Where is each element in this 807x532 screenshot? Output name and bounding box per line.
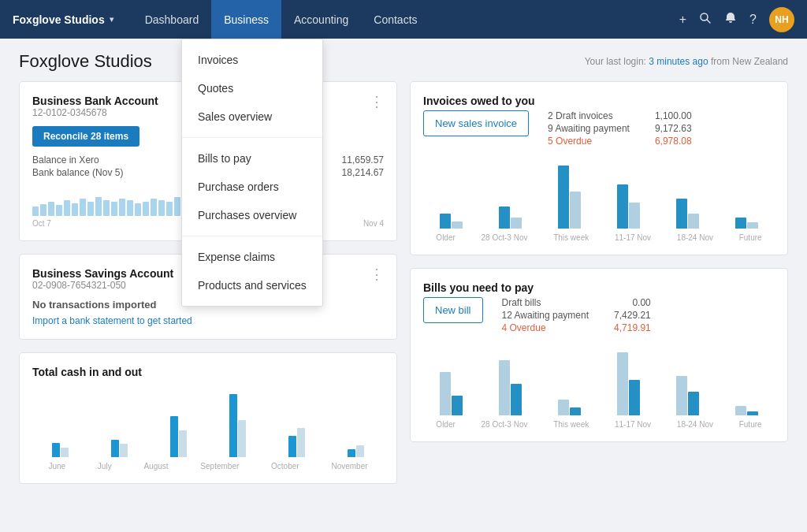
- brand-name: Foxglove Studios: [13, 13, 105, 26]
- last-login: Your last login: 3 minutes ago from New …: [585, 56, 788, 67]
- bank-bar: [158, 200, 165, 216]
- brand-chevron: ▾: [110, 15, 113, 24]
- bank-bar: [95, 197, 102, 216]
- bills-bar-group: [601, 352, 656, 415]
- invoice-bar-main: [735, 218, 746, 229]
- awaiting-bills-label: 12 Awaiting payment: [502, 310, 589, 321]
- user-avatar[interactable]: NH: [769, 7, 794, 32]
- bank-bar: [119, 199, 125, 216]
- draft-bills-label: Draft bills: [502, 297, 541, 308]
- bills-bar-main: [440, 372, 451, 415]
- bills-bar-secondary: [511, 384, 522, 415]
- bills-title: Bills you need to pay: [423, 281, 775, 294]
- bank-bar: [103, 200, 110, 216]
- new-bill-button[interactable]: New bill: [423, 297, 483, 323]
- bills-chart-label: This week: [553, 420, 589, 429]
- invoice-chart-label: 11-17 Nov: [615, 233, 651, 242]
- bank-card-menu[interactable]: ⋮: [370, 93, 384, 110]
- awaiting-invoices-value: 9,172.63: [655, 123, 692, 134]
- balance-xero-value: 11,659.57: [342, 154, 384, 166]
- cash-bar-group: [327, 445, 384, 457]
- bar-cash-out: [120, 444, 128, 457]
- draft-invoices-label: 2 Draft invoices: [548, 110, 613, 121]
- invoice-bar-group: [423, 214, 479, 229]
- invoice-bar-secondary: [629, 203, 640, 229]
- bank-bar: [135, 203, 141, 216]
- bills-bar-group: [719, 406, 775, 415]
- bar-cash-out: [356, 445, 364, 457]
- cash-label: October: [271, 462, 299, 471]
- bell-icon[interactable]: [724, 12, 737, 28]
- add-icon[interactable]: +: [679, 13, 686, 27]
- dropdown-sales-overview[interactable]: Sales overview: [182, 102, 322, 131]
- bank-bar: [56, 205, 62, 216]
- nav-contacts[interactable]: Contacts: [361, 0, 430, 39]
- bank-date-end: Nov 4: [363, 219, 384, 228]
- page-title: Foxglove Studios: [19, 51, 152, 72]
- bills-bar-main: [617, 352, 628, 415]
- nav-right: + ? NH: [679, 7, 794, 32]
- bank-balance-label: Bank balance (Nov 5): [32, 167, 123, 178]
- bank-bar: [151, 199, 157, 216]
- bills-card: Bills you need to pay New bill Draft bil…: [410, 268, 788, 442]
- invoice-chart: [423, 158, 775, 229]
- overdue-bills-value: 4,719.91: [614, 322, 651, 333]
- invoice-bar-group: [482, 206, 538, 229]
- bills-bar-secondary: [452, 396, 463, 415]
- invoice-chart-label: Future: [739, 233, 762, 242]
- bank-bar: [111, 202, 117, 216]
- bar-cash-out: [61, 448, 69, 457]
- awaiting-invoices-row: 9 Awaiting payment 9,172.63: [548, 123, 692, 134]
- bills-bar-group: [660, 376, 716, 415]
- nav-accounting[interactable]: Accounting: [281, 0, 361, 39]
- last-login-location: from New Zealand: [708, 56, 788, 67]
- cash-chart: [32, 386, 384, 457]
- bank-bar: [32, 206, 39, 216]
- invoice-bar-secondary: [511, 218, 522, 229]
- dropdown-section-2: Bills to pay Purchase orders Purchases o…: [182, 137, 322, 236]
- bills-bar-main: [735, 406, 746, 415]
- invoice-bar-group: [541, 166, 597, 229]
- nav-business[interactable]: Business: [211, 0, 281, 39]
- dropdown-invoices[interactable]: Invoices: [182, 46, 322, 74]
- help-icon[interactable]: ?: [749, 13, 757, 27]
- bills-bar-secondary: [688, 392, 699, 415]
- bank-bar: [48, 202, 54, 216]
- draft-bills-value: 0.00: [632, 297, 650, 308]
- savings-card-menu[interactable]: ⋮: [370, 266, 384, 283]
- dropdown-quotes[interactable]: Quotes: [182, 74, 322, 102]
- invoices-card: Invoices owed to you New sales invoice 2…: [410, 81, 788, 255]
- dashboard-grid: ⋮ Business Bank Account 12-0102-0345678 …: [19, 81, 788, 484]
- invoice-bar-secondary: [570, 192, 581, 229]
- new-sales-invoice-button[interactable]: New sales invoice: [423, 110, 529, 136]
- nav-dashboard[interactable]: Dashboard: [132, 0, 212, 39]
- cash-label: November: [331, 462, 367, 471]
- reconcile-button[interactable]: Reconcile 28 items: [32, 126, 139, 147]
- last-login-time[interactable]: 3 minutes ago: [649, 56, 708, 67]
- bills-bar-secondary: [570, 407, 581, 415]
- overdue-invoices-value: 6,978.08: [655, 136, 692, 147]
- bills-bar-group: [482, 360, 538, 415]
- brand-logo[interactable]: Foxglove Studios ▾: [13, 13, 113, 26]
- bar-cash-out: [179, 430, 187, 457]
- invoices-title: Invoices owed to you: [423, 95, 775, 107]
- invoice-bar-main: [499, 206, 510, 229]
- bills-top: New bill Draft bills 0.00 12 Awaiting pa…: [423, 297, 775, 335]
- navigation: Foxglove Studios ▾ Dashboard Business Ac…: [0, 0, 807, 39]
- cash-label: September: [200, 462, 239, 471]
- dropdown-bills-to-pay[interactable]: Bills to pay: [182, 144, 322, 173]
- invoice-bar-secondary: [688, 214, 699, 229]
- dropdown-purchases-overview[interactable]: Purchases overview: [182, 201, 322, 229]
- invoice-bar-main: [617, 184, 628, 229]
- page-header: Foxglove Studios Your last login: 3 minu…: [19, 39, 788, 81]
- bills-bar-secondary: [747, 411, 758, 415]
- dropdown-purchase-orders[interactable]: Purchase orders: [182, 173, 322, 201]
- import-statement-link[interactable]: Import a bank statement to get started: [32, 315, 192, 326]
- dropdown-expense-claims[interactable]: Expense claims: [182, 243, 322, 271]
- dropdown-products-services[interactable]: Products and services: [182, 271, 322, 299]
- invoice-bar-secondary: [452, 221, 463, 229]
- search-icon[interactable]: [699, 12, 712, 28]
- bank-bar: [166, 202, 173, 216]
- cash-label: July: [98, 462, 112, 471]
- invoice-bar-secondary: [747, 222, 758, 229]
